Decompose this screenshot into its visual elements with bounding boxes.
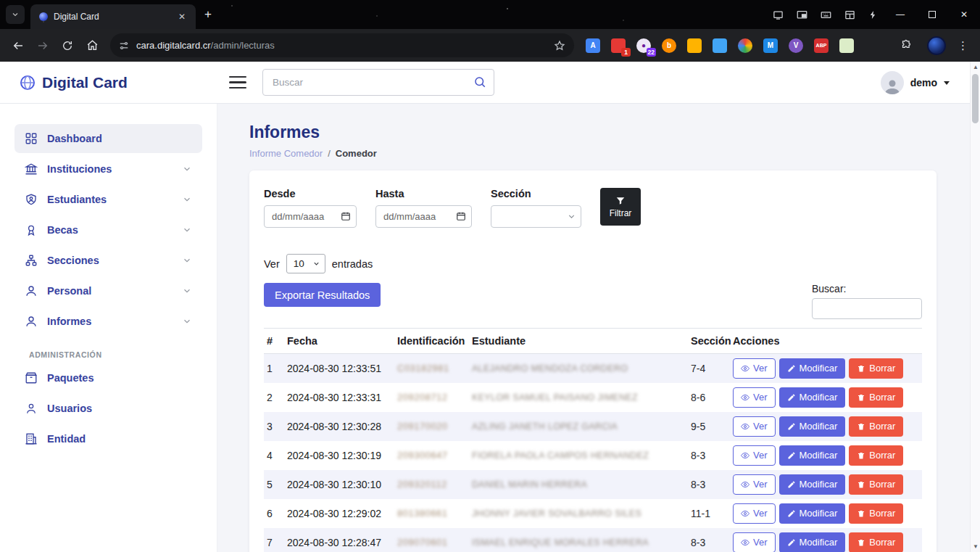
translate-extension-icon[interactable]: A <box>586 38 600 53</box>
ver-button[interactable]: Ver <box>733 416 776 437</box>
row-identificacion: 209300647 <box>394 441 469 470</box>
modificar-button[interactable]: Modificar <box>779 358 846 379</box>
new-tab-button[interactable]: + <box>196 4 220 25</box>
scrollbar-thumb[interactable] <box>972 74 979 123</box>
sidebar-item-becas[interactable]: Becas <box>14 215 202 244</box>
sidebar-item-paquetes[interactable]: Paquetes <box>14 363 202 392</box>
borrar-button[interactable]: Borrar <box>849 387 903 408</box>
menu-toggle-icon[interactable] <box>229 76 246 88</box>
browser-tab[interactable]: Digital Card ✕ <box>30 4 196 29</box>
row-seccion: 8-3 <box>688 528 730 552</box>
forward-icon[interactable] <box>32 35 54 57</box>
trash-icon <box>857 451 865 460</box>
extension-icon[interactable]: 1 <box>611 38 626 53</box>
seccion-select[interactable] <box>491 205 581 228</box>
browser-tabstrip: Digital Card ✕ + — ✕ <box>0 0 980 29</box>
layout-icon[interactable] <box>844 9 855 20</box>
desde-date-input[interactable] <box>264 205 357 228</box>
address-bar[interactable]: cara.digitalcard.cr/admin/lecturas <box>110 33 574 57</box>
borrar-button[interactable]: Borrar <box>849 416 903 437</box>
back-icon[interactable] <box>7 35 29 57</box>
borrar-button[interactable]: Borrar <box>849 503 903 524</box>
page-scrollbar[interactable]: ▲ ▼ <box>970 62 980 552</box>
user-menu[interactable]: demo <box>881 71 950 94</box>
award-icon <box>25 223 38 236</box>
sidebar-item-estudiantes[interactable]: Estudiantes <box>14 185 202 214</box>
chevron-down-icon <box>567 212 576 221</box>
adblock-extension-icon[interactable]: ABP <box>814 38 829 53</box>
modificar-button[interactable]: Modificar <box>779 503 846 524</box>
borrar-button[interactable]: Borrar <box>849 532 903 552</box>
trash-icon <box>857 480 865 489</box>
ver-button[interactable]: Ver <box>733 387 776 408</box>
search-icon[interactable] <box>473 75 486 88</box>
export-results-button[interactable]: Exportar Resultados <box>264 283 381 307</box>
chevron-down-icon <box>944 81 950 85</box>
sidebar-item-dashboard[interactable]: Dashboard <box>14 124 202 153</box>
site-settings-icon[interactable] <box>119 41 129 51</box>
seccion-label: Sección <box>491 188 581 199</box>
keyboard-icon[interactable] <box>821 9 831 20</box>
browser-menu-icon[interactable]: ⋮ <box>953 39 973 52</box>
eye-icon <box>741 422 749 431</box>
sidebar-item-informes[interactable]: Informes <box>14 307 202 336</box>
scroll-down-arrow[interactable]: ▼ <box>971 541 980 552</box>
modificar-button[interactable]: Modificar <box>779 474 846 495</box>
chevron-down-icon <box>312 260 320 268</box>
bookmark-star-icon[interactable] <box>554 40 565 52</box>
extensions-row: A 1 ● 22 b M V ABP <box>586 38 854 53</box>
extension-icon[interactable]: b <box>662 38 676 53</box>
borrar-button[interactable]: Borrar <box>849 445 903 466</box>
extension-icon[interactable]: V <box>789 38 803 53</box>
extension-icon[interactable] <box>687 38 702 53</box>
col-seccion: Sección <box>688 329 730 354</box>
reload-icon[interactable] <box>57 35 78 57</box>
extension-icon[interactable] <box>738 38 752 53</box>
bolt-icon[interactable] <box>868 10 878 20</box>
minimize-button[interactable]: — <box>884 0 916 29</box>
modificar-button[interactable]: Modificar <box>779 387 846 408</box>
sidebar-item-personal[interactable]: Personal <box>14 276 202 305</box>
app-window: Digital Card demo Dashboard <box>0 62 980 552</box>
sidebar-item-entidad[interactable]: Entidad <box>14 424 202 453</box>
sidebar-item-label: Dashboard <box>47 133 102 144</box>
scroll-up-arrow[interactable]: ▲ <box>971 62 980 73</box>
row-estudiante: KEYLOR SAMUEL PAISANO JIMENEZ <box>469 383 688 412</box>
tab-close-icon[interactable]: ✕ <box>174 10 190 23</box>
maximize-button[interactable] <box>916 0 948 29</box>
home-icon[interactable] <box>81 35 103 57</box>
row-identificacion: C03182981 <box>394 354 469 383</box>
sidebar-item-secciones[interactable]: Secciones <box>14 246 202 275</box>
global-search-input[interactable] <box>262 69 494 96</box>
table-search-input[interactable] <box>812 298 922 319</box>
borrar-button[interactable]: Borrar <box>849 474 903 495</box>
breadcrumb-parent[interactable]: Informe Comedor <box>249 148 323 159</box>
sidebar-item-usuarios[interactable]: Usuarios <box>14 394 202 423</box>
extension-icon[interactable]: ● 22 <box>636 38 651 53</box>
sidebar-item-instituciones[interactable]: Instituciones <box>14 155 202 184</box>
ver-button[interactable]: Ver <box>733 358 776 379</box>
extension-icon[interactable]: M <box>763 38 778 53</box>
ver-button[interactable]: Ver <box>733 474 776 495</box>
extensions-puzzle-icon[interactable] <box>895 35 917 57</box>
ver-button[interactable]: Ver <box>733 445 776 466</box>
modificar-button[interactable]: Modificar <box>779 445 846 466</box>
hasta-date-input[interactable] <box>375 205 472 228</box>
entries-select[interactable]: 10 <box>286 254 325 273</box>
tab-search-button[interactable] <box>6 5 25 24</box>
modificar-button[interactable]: Modificar <box>779 532 846 552</box>
brand[interactable]: Digital Card <box>0 74 217 91</box>
filtrar-button[interactable]: Filtrar <box>600 188 641 226</box>
extension-icon[interactable] <box>713 38 727 53</box>
ver-button[interactable]: Ver <box>733 532 776 552</box>
browser-profile-avatar[interactable] <box>927 36 946 55</box>
extension-icon[interactable] <box>839 38 854 53</box>
row-identificacion: 209070601 <box>394 528 469 552</box>
row-number: 2 <box>264 383 284 412</box>
borrar-button[interactable]: Borrar <box>849 358 903 379</box>
cast-icon[interactable] <box>773 9 784 20</box>
picture-in-picture-icon[interactable] <box>797 9 807 20</box>
modificar-button[interactable]: Modificar <box>779 416 846 437</box>
ver-button[interactable]: Ver <box>733 503 776 524</box>
close-button[interactable]: ✕ <box>948 0 980 29</box>
